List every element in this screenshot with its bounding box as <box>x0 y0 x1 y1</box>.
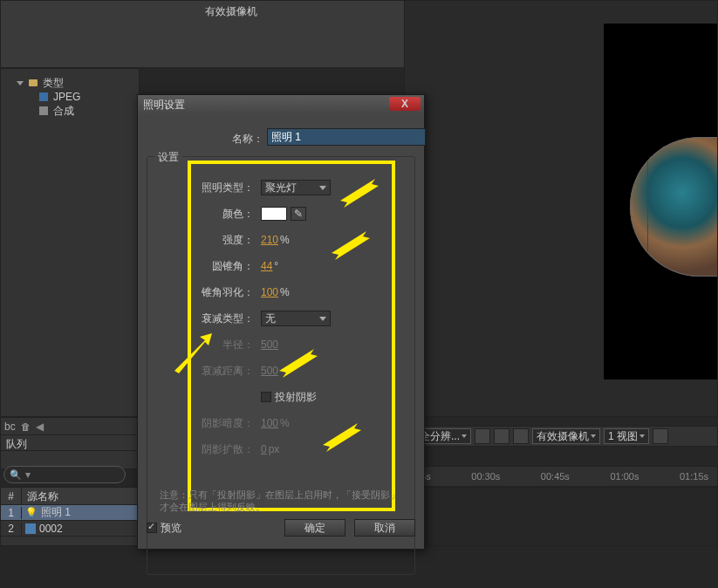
close-button[interactable]: X <box>389 97 421 111</box>
composition-icon <box>25 523 36 534</box>
tree-item-jpeg[interactable]: JPEG <box>1 90 139 104</box>
falloff-type-label: 衰减类型： <box>156 311 261 326</box>
tree-item-label: JPEG <box>53 91 80 103</box>
name-label: 名称： <box>232 132 263 147</box>
cone-angle-label: 圆锥角： <box>156 259 261 274</box>
intensity-label: 强度： <box>156 233 261 248</box>
color-label: 颜色： <box>156 207 261 222</box>
project-bottom-bar: bc 🗑 ◀ 队列 <box>0 417 140 469</box>
cone-feather-field: 锥角羽化： 100 % <box>156 279 406 305</box>
cone-angle-unit: ° <box>274 260 278 272</box>
cone-feather-unit: % <box>280 286 290 298</box>
radius-value: 500 <box>261 338 278 351</box>
intensity-unit: % <box>280 234 290 246</box>
timeline-tracks[interactable] <box>406 487 718 546</box>
bpc-label: bc <box>4 420 16 433</box>
color-field: 颜色： ✎ <box>156 201 406 227</box>
camera-dropdown[interactable]: 有效摄像机 <box>532 428 600 444</box>
shadow-diffusion-label: 阴影扩散： <box>156 442 261 457</box>
preview-viewport[interactable] <box>604 24 717 379</box>
fieldset-label: 设置 <box>154 150 182 165</box>
project-panel: 类型 JPEG 合成 <box>0 68 140 417</box>
effective-camera-label: 有效摄像机 <box>205 4 257 19</box>
color-swatch[interactable] <box>261 207 287 221</box>
falloff-type-field: 衰减类型： 无 <box>156 305 406 332</box>
falloff-distance-value: 500 <box>261 365 278 377</box>
light-settings-dialog: 照明设置 X 名称： 设置 照明类型： 聚光灯 颜色： ✎ 强度： 2 <box>137 94 425 550</box>
grid-icon[interactable] <box>475 428 490 444</box>
tree-item-label: 合成 <box>53 104 74 119</box>
preview-label: 预览 <box>161 521 181 536</box>
cast-shadow-checkbox[interactable] <box>261 392 271 402</box>
preview-checkbox-group[interactable]: 预览 <box>147 521 181 536</box>
shadow-darkness-unit: % <box>280 417 290 429</box>
falloff-type-dropdown[interactable]: 无 <box>261 311 331 326</box>
intensity-value[interactable]: 210 <box>261 234 278 246</box>
cast-shadow-label: 投射阴影 <box>275 390 317 405</box>
dialog-titlebar[interactable]: 照明设置 X <box>138 95 424 114</box>
eyedropper-button[interactable]: ✎ <box>291 207 306 221</box>
chevron-down-icon <box>639 434 645 438</box>
layer-name: 0002 <box>39 523 63 535</box>
shadow-darkness-value: 100 <box>261 417 278 429</box>
view-icon[interactable] <box>653 428 668 444</box>
light-type-dropdown[interactable]: 聚光灯 <box>261 180 331 195</box>
light-icon: 💡 <box>25 507 38 518</box>
timeline-ruler[interactable]: 15s 00:30s 00:45s 01:00s 01:15s <box>406 466 718 487</box>
wireframe-arc <box>630 137 717 277</box>
name-field[interactable] <box>268 129 425 145</box>
tree-item-comp[interactable]: 合成 <box>1 104 139 118</box>
ruler-tick: 01:00s <box>610 471 639 482</box>
shadow-darkness-field: 阴影暗度： 100 % <box>156 410 406 436</box>
shadow-darkness-label: 阴影暗度： <box>156 416 261 431</box>
scroll-left-icon[interactable]: ◀ <box>36 420 44 433</box>
chevron-down-icon <box>591 434 596 438</box>
shadow-diffusion-field: 阴影扩散： 0 px <box>156 436 406 462</box>
folder-icon <box>29 79 38 86</box>
ruler-tick: 00:30s <box>471 471 500 482</box>
column-number: # <box>1 488 22 504</box>
timeline-layers-panel: # 源名称 1 💡 照明 1 2 0002 <box>0 487 140 546</box>
view-count-dropdown[interactable]: 1 视图 <box>604 428 649 444</box>
falloff-distance-field: 衰减距离： 500 <box>156 358 406 384</box>
chevron-down-icon <box>17 81 24 85</box>
top-panel: 有效摄像机 <box>0 0 406 68</box>
search-input[interactable]: 🔍 ▾ <box>3 466 126 483</box>
layer-number: 1 <box>1 507 22 519</box>
cone-feather-value[interactable]: 100 <box>261 286 278 298</box>
layer-name: 照明 1 <box>41 505 71 520</box>
name-input[interactable] <box>267 128 426 146</box>
chevron-down-icon <box>319 317 326 321</box>
falloff-distance-label: 衰减距离： <box>156 364 261 379</box>
shadow-diffusion-value: 0 <box>261 443 267 455</box>
trash-icon[interactable]: 🗑 <box>21 421 31 432</box>
ruler-tick: 00:45s <box>541 471 570 482</box>
preview-checkbox[interactable] <box>147 523 157 533</box>
shadow-diffusion-unit: px <box>269 443 280 455</box>
dialog-button-bar: 预览 确定 取消 <box>147 519 415 537</box>
queue-label: 队列 <box>1 435 139 451</box>
dialog-title: 照明设置 <box>143 98 185 113</box>
light-type-label: 照明类型： <box>156 181 261 195</box>
close-icon: X <box>401 98 408 110</box>
layer-row-1[interactable]: 1 💡 照明 1 <box>1 505 139 521</box>
chevron-down-icon <box>462 434 467 438</box>
cancel-button[interactable]: 取消 <box>354 519 415 537</box>
light-type-field: 照明类型： 聚光灯 <box>156 174 406 201</box>
cone-angle-value[interactable]: 44 <box>261 260 272 272</box>
layer-row-2[interactable]: 2 0002 <box>1 521 139 537</box>
cast-shadow-field: 投射阴影 <box>156 384 406 410</box>
tree-root-label: 类型 <box>43 76 64 91</box>
intensity-field: 强度： 210 % <box>156 227 406 253</box>
ok-button[interactable]: 确定 <box>284 519 345 537</box>
ruler-tick: 01:15s <box>680 471 708 482</box>
project-tree: 类型 JPEG 合成 <box>1 69 139 125</box>
light-type-value: 聚光灯 <box>265 181 297 195</box>
mask-icon[interactable] <box>513 428 529 444</box>
composition-preview <box>404 0 718 417</box>
guides-icon[interactable] <box>494 428 509 444</box>
tree-root-row[interactable]: 类型 <box>1 76 139 90</box>
layer-number: 2 <box>1 523 22 535</box>
preview-toolbar: (全分辨... 有效摄像机 1 视图 <box>406 426 718 447</box>
falloff-type-value: 无 <box>265 311 276 326</box>
